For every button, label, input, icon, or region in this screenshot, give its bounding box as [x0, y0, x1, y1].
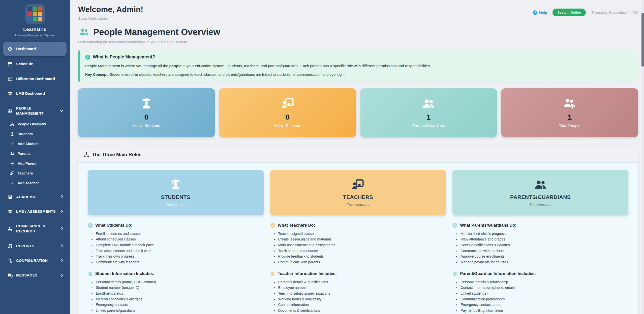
app-tagline: Learning Management System	[0, 34, 70, 37]
welcome-block: Welcome, Admin! Super Administrator	[78, 5, 143, 20]
do-list-header: ✓ What Parents/Guardians Do:	[452, 223, 628, 228]
speedometer-icon	[8, 46, 13, 51]
stat-card-parents-guardians: 1 Parents/Guardians	[360, 88, 497, 137]
stat-card-active-students: 0 Active Students	[78, 88, 215, 137]
roles-grid: STUDENTS The learners ✓ What Students Do…	[88, 170, 628, 313]
list-item: Employee number	[278, 285, 446, 291]
sidebar-item-utilization-dashboard[interactable]: Utilization Dashboard	[3, 73, 67, 85]
list-item: Working hours & availability	[278, 296, 446, 302]
list-item: Provide feedback to students	[278, 254, 446, 259]
info-box-title: What is People Management?	[93, 54, 155, 60]
sidebar-item-parents[interactable]: Parents	[3, 149, 67, 159]
brand: LearnGrid Learning Management System	[0, 0, 70, 37]
sidebar-section-lms-assessments[interactable]: LMS / ASSESSMENTS	[3, 206, 67, 217]
stat-label: Active Teachers	[274, 123, 301, 128]
sidebar-item-add-teacher[interactable]: Add Teacher	[3, 178, 67, 188]
sidebar-item-label: Add Student	[18, 142, 39, 146]
book-icon	[8, 194, 13, 199]
sidebar-section-label: CONFIGURATION	[16, 258, 57, 263]
gears-icon	[8, 258, 13, 263]
sidebar-item-lms-dashboard[interactable]: LMS Dashboard	[3, 87, 67, 99]
student-icon	[139, 97, 154, 110]
role-card-parents-guardians: PARENTS/GUARDIANS The overseers	[452, 170, 628, 215]
help-button[interactable]: ? Help	[533, 10, 547, 15]
sidebar-section-people-management[interactable]: PEOPLE MANAGEMENT	[3, 102, 67, 119]
learngrid-logo-icon	[25, 4, 45, 24]
sidebar-item-people-overview[interactable]: People Overview	[3, 119, 67, 129]
sidebar-item-add-parent[interactable]: Add Parent	[3, 159, 67, 168]
list-item: Documents & certifications	[278, 308, 446, 313]
list-item: Payment/billing information	[460, 308, 628, 313]
users-icon	[421, 97, 436, 110]
student-icon	[10, 132, 14, 136]
list-item: View attendance and grades	[460, 236, 628, 242]
roles-card-body: STUDENTS The learners ✓ What Students Do…	[78, 162, 638, 314]
vertical-scrollbar[interactable]	[641, 0, 644, 314]
list-item: Mark assessments and assignments	[278, 242, 446, 248]
info-list: Personal details & relationshipContact i…	[460, 279, 628, 313]
list-item: Contact information (phone, email)	[460, 285, 628, 291]
list-item: Teach assigned classes	[278, 231, 446, 237]
list-item: Track their own progress	[95, 254, 264, 259]
sidebar-item-dashboard[interactable]: Dashboard	[3, 42, 67, 56]
list-item: Contact information	[278, 302, 446, 308]
top-header: Welcome, Admin! Super Administrator ? He…	[78, 5, 638, 20]
sidebar-item-label: Add Parent	[18, 161, 37, 165]
sidebar-item-teachers[interactable]: Teachers	[3, 168, 67, 178]
role-subtitle: The instructors	[347, 203, 369, 206]
scrollbar-thumb[interactable]	[641, 13, 644, 67]
list-item: Communicate with teachers	[95, 259, 264, 265]
role-card-teachers: TEACHERS The instructors	[270, 170, 446, 215]
list-item: Emergency contact status	[460, 302, 628, 308]
do-list: Monitor their child's progressView atten…	[460, 231, 628, 265]
role-subtitle: The learners	[166, 203, 185, 206]
plus-icon	[10, 142, 14, 146]
sidebar-item-label: Parents	[18, 152, 30, 156]
sidebar-section-configuration[interactable]: CONFIGURATION	[3, 255, 67, 266]
sidebar-item-label: Add Teacher	[18, 181, 39, 185]
list-item: Communicate with parents	[278, 259, 446, 265]
graduation-cap-icon	[8, 209, 13, 214]
info-box-header: i What is People Management?	[85, 54, 632, 60]
info-list: Personal details & qualificationsEmploye…	[278, 279, 446, 313]
role-name: STUDENTS	[161, 194, 190, 200]
info-box: i What is People Management? People Mana…	[78, 50, 638, 82]
page-title: People Management Overview	[93, 27, 220, 37]
plus-icon	[10, 181, 14, 185]
sidebar-section-reports[interactable]: REPORTS	[3, 240, 67, 252]
sidebar-item-schedule[interactable]: Schedule	[3, 58, 67, 70]
check-circle-icon: ✓	[452, 223, 457, 228]
sidebar-section-label: LMS / ASSESSMENTS	[16, 209, 57, 214]
stats-grid: 0 Active Students 0 Active Teachers 1 Pa…	[78, 88, 638, 137]
list-item: Teaching subjects/specializations	[278, 291, 446, 296]
chart-line-icon	[8, 76, 13, 81]
sidebar-section-label: MESSAGES	[16, 273, 57, 278]
list-item: Personal details & relationship	[460, 279, 628, 285]
chevron-right-icon	[60, 227, 63, 230]
sidebar-section-academic[interactable]: ACADEMIC	[3, 191, 67, 203]
sidebar-item-add-student[interactable]: Add Student	[3, 139, 67, 149]
do-list: Teach assigned classesCreate lesson plan…	[278, 231, 446, 265]
chat-icon	[8, 273, 13, 278]
welcome-title: Welcome, Admin!	[78, 5, 143, 14]
sidebar-section-label: ACADEMIC	[16, 194, 57, 199]
sidebar-item-students[interactable]: Students	[3, 129, 67, 139]
list-item: Linked parents/guardians	[95, 308, 264, 313]
list-item: Approve course enrollments	[460, 254, 628, 259]
sidebar-section-label: REPORTS	[16, 243, 57, 249]
chevron-right-icon	[60, 259, 63, 262]
stat-label: Parents/Guardians	[412, 123, 445, 128]
info-icon: i	[85, 55, 90, 60]
sidebar-section-messages[interactable]: MESSAGES	[3, 269, 67, 281]
info-list-header: Parent/Guardian Information Includes:	[452, 271, 628, 276]
list-item: Take assessments and submit work	[95, 248, 264, 254]
teacher-board-icon	[10, 171, 14, 176]
do-list-header: ✓ What Students Do:	[88, 223, 264, 228]
sidebar-item-label: Schedule	[16, 61, 33, 66]
info-list: Personal details (name, DOB, contact)Stu…	[95, 279, 264, 313]
graduation-cap-icon	[8, 91, 13, 96]
sidebar-section-compliance-records[interactable]: COMPLIANCE & RECORDS	[3, 220, 67, 237]
list-item: Enrollment status	[95, 291, 264, 296]
database-icon	[452, 271, 457, 276]
list-item: Medical conditions & allergies	[95, 296, 264, 302]
